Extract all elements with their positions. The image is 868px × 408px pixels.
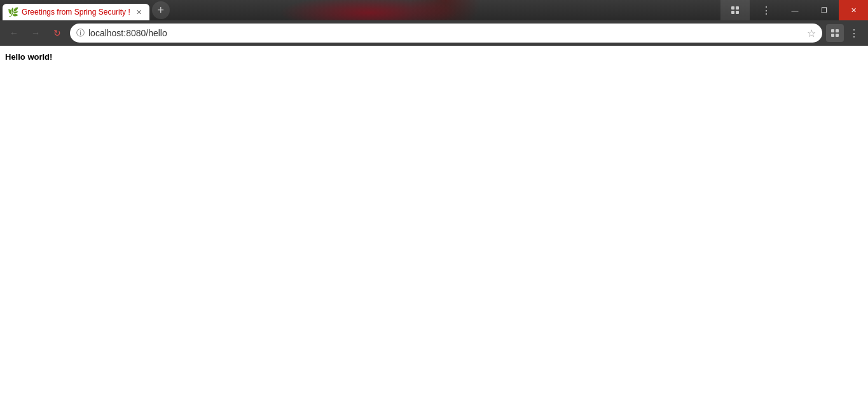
svg-rect-2 bbox=[731, 11, 734, 14]
extensions-panel-button[interactable] bbox=[720, 0, 750, 20]
tabs-area: 🌿 Greetings from Spring Security ! ✕ + bbox=[0, 0, 720, 20]
puzzle-icon bbox=[830, 28, 840, 38]
svg-rect-4 bbox=[831, 29, 834, 32]
extensions-icon bbox=[730, 5, 740, 15]
toolbar: ← → ↻ ⓘ ☆ ⋮ bbox=[0, 20, 868, 46]
restore-button[interactable]: ❐ bbox=[809, 0, 839, 20]
reload-button[interactable]: ↻ bbox=[48, 24, 66, 42]
tab-title: Greetings from Spring Security ! bbox=[22, 8, 130, 17]
svg-rect-1 bbox=[736, 6, 739, 10]
window-close-button[interactable]: ✕ bbox=[839, 0, 868, 20]
address-bar[interactable]: ⓘ ☆ bbox=[70, 24, 822, 43]
page-content: Hello world! bbox=[0, 46, 868, 408]
svg-rect-3 bbox=[736, 11, 739, 14]
tab-favicon: 🌿 bbox=[8, 7, 18, 17]
bookmark-star-button[interactable]: ☆ bbox=[807, 27, 816, 39]
svg-rect-5 bbox=[836, 29, 839, 32]
security-info-icon[interactable]: ⓘ bbox=[76, 27, 85, 39]
address-input[interactable] bbox=[88, 28, 803, 38]
chrome-menu-button[interactable]: ⋮ bbox=[845, 24, 863, 42]
back-button[interactable]: ← bbox=[5, 24, 23, 42]
extensions-icon-button[interactable] bbox=[826, 24, 844, 42]
forward-button[interactable]: → bbox=[27, 24, 45, 42]
browser-menu-button[interactable]: ⋮ bbox=[751, 0, 780, 20]
toolbar-right: ⋮ bbox=[826, 24, 863, 42]
svg-rect-7 bbox=[836, 34, 839, 37]
svg-rect-6 bbox=[831, 34, 834, 37]
window-controls: ⋮ — ❐ ✕ bbox=[720, 0, 868, 20]
titlebar: 🌿 Greetings from Spring Security ! ✕ + ⋮… bbox=[0, 0, 868, 20]
active-tab[interactable]: 🌿 Greetings from Spring Security ! ✕ bbox=[3, 4, 149, 20]
hello-world-text: Hello world! bbox=[5, 52, 52, 62]
svg-rect-0 bbox=[731, 6, 734, 10]
new-tab-button[interactable]: + bbox=[152, 1, 170, 19]
minimize-button[interactable]: — bbox=[780, 0, 809, 20]
tab-close-button[interactable]: ✕ bbox=[134, 7, 144, 17]
